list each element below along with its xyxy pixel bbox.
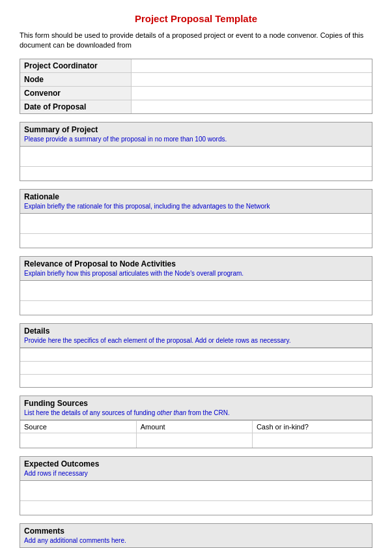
project-coordinator-value[interactable] [131,59,372,73]
relevance-content[interactable] [20,281,372,300]
amount-col-header: Amount [136,421,252,433]
rationale-header: Rationale Explain briefly the rationale … [20,190,372,214]
rationale-empty-row [20,233,372,248]
details-section: Details Provide here the specifics of ea… [20,323,372,388]
node-value[interactable] [131,72,372,86]
table-row: Project Coordinator [20,59,372,73]
outcomes-header: Expected Outcomes Add rows if necessary [20,457,372,481]
funding-data-row [20,433,372,448]
table-row: Date of Proposal [20,100,372,113]
table-row [20,361,372,374]
page-title: Project Proposal Template [20,13,372,24]
details-table [20,348,372,388]
funding-section: Funding Sources List here the details of… [20,396,372,448]
rationale-section: Rationale Explain briefly the rationale … [20,189,372,248]
info-table: Project Coordinator Node Convenor Date o… [20,59,372,113]
node-label: Node [20,72,131,86]
summary-header: Summary of Project Please provide a summ… [20,123,372,147]
summary-content[interactable] [20,147,372,166]
outcomes-section: Expected Outcomes Add rows if necessary [20,456,372,515]
info-section: Project Coordinator Node Convenor Date o… [20,59,372,114]
cash-cell[interactable] [252,433,372,448]
relevance-subtext: Explain briefly how this proposal articu… [24,270,244,277]
cash-col-header: Cash or in-kind? [252,421,372,433]
relevance-section: Relevance of Proposal to Node Activities… [20,256,372,315]
amount-cell[interactable] [136,433,252,448]
outcomes-empty-row [20,500,372,515]
rationale-content[interactable] [20,214,372,233]
table-row: Node [20,72,372,86]
details-header: Details Provide here the specifics of ea… [20,324,372,348]
comments-subtext: Add any additional comments here. [24,537,126,544]
intro-text: This form should be used to provide deta… [20,31,372,51]
table-row [20,348,372,361]
outcomes-content[interactable] [20,481,372,500]
convenor-value[interactable] [131,86,372,100]
relevance-header: Relevance of Proposal to Node Activities… [20,257,372,281]
details-row-3[interactable] [20,374,372,387]
summary-subtext: Please provide a summary of the proposal… [24,136,227,143]
funding-header: Funding Sources List here the details of… [20,396,372,420]
relevance-empty-row [20,300,372,315]
date-label: Date of Proposal [20,100,131,113]
convenor-label: Convenor [20,86,131,100]
table-row: Convenor [20,86,372,100]
summary-empty-row [20,166,372,180]
date-value[interactable] [131,100,372,113]
table-row [20,374,372,387]
summary-section: Summary of Project Please provide a summ… [20,122,372,181]
funding-header-row: Source Amount Cash or in-kind? [20,421,372,433]
rationale-subtext: Explain briefly the rationale for this p… [24,203,270,210]
comments-section: Comments Add any additional comments her… [20,523,372,548]
source-cell[interactable] [20,433,136,448]
outcomes-subtext: Add rows if necessary [24,470,88,477]
details-row-1[interactable] [20,348,372,361]
funding-subtext: List here the details of any sources of … [24,409,230,416]
details-row-2[interactable] [20,361,372,374]
project-coordinator-label: Project Coordinator [20,59,131,73]
details-subtext: Provide here the specifics of each eleme… [24,337,291,344]
source-col-header: Source [20,421,136,433]
funding-table: Source Amount Cash or in-kind? [20,420,372,448]
comments-header: Comments Add any additional comments her… [20,524,372,548]
